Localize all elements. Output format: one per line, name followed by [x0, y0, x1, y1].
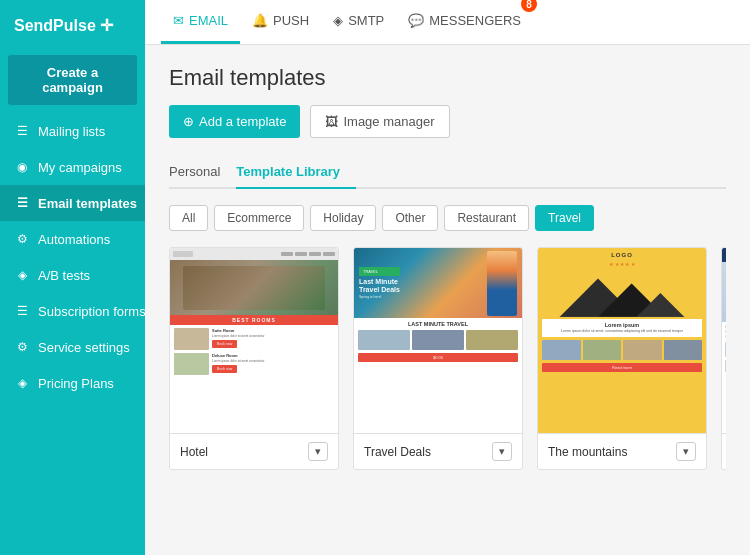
template-footer-hotel: Hotel ▾ [170, 433, 338, 469]
pricing-plans-icon: ◈ [14, 375, 30, 391]
add-template-button[interactable]: ⊕ Add a template [169, 105, 300, 138]
main-content: ✉ EMAIL 🔔 PUSH ◈ SMTP 💬 MESSENGERS 8 Ema… [145, 0, 750, 555]
my-campaigns-icon: ◉ [14, 159, 30, 175]
sidebar-item-my-campaigns[interactable]: ◉ My campaigns [0, 149, 145, 185]
tabs: Personal Template Library [169, 156, 726, 189]
mountains-dropdown-button[interactable]: ▾ [676, 442, 696, 461]
template-preview-travel-deals[interactable]: TRAVEL Last MinuteTravel Deals Spring is… [354, 248, 522, 433]
filter-restaurant[interactable]: Restaurant [444, 205, 529, 231]
add-template-label: Add a template [199, 114, 286, 129]
filter-travel[interactable]: Travel [535, 205, 594, 231]
content-area: Email templates ⊕ Add a template 🖼 Image… [145, 45, 750, 555]
sidebar-item-email-templates[interactable]: ☰ Email templates [0, 185, 145, 221]
image-manager-label: Image manager [343, 114, 434, 129]
logo-text: SendPulse [14, 17, 96, 35]
sidebar-item-label: Automations [38, 232, 110, 247]
push-icon: 🔔 [252, 13, 268, 28]
sidebar-item-mailing-lists[interactable]: ☰ Mailing lists [0, 113, 145, 149]
sidebar-item-label: A/B tests [38, 268, 90, 283]
template-name-travel-deals: Travel Deals [364, 445, 431, 459]
service-settings-icon: ⚙ [14, 339, 30, 355]
sidebar-item-label: Subscription forms [38, 304, 146, 319]
template-footer-travel-deals: Travel Deals ▾ [354, 433, 522, 469]
nav-label: SMTP [348, 13, 384, 28]
filter-ecommerce-label: Ecommerce [227, 211, 291, 225]
logo-icon: ✛ [100, 16, 113, 35]
filter-ecommerce[interactable]: Ecommerce [214, 205, 304, 231]
template-preview-mountains[interactable]: LOGO ★ ★ ★ ★ ★ Lorem ipsum Lorem ips [538, 248, 706, 433]
sidebar-item-label: Email templates [38, 196, 137, 211]
filter-pills: All Ecommerce Holiday Other Restaurant T… [169, 205, 726, 231]
filter-other[interactable]: Other [382, 205, 438, 231]
filter-all[interactable]: All [169, 205, 208, 231]
page-title: Email templates [169, 65, 726, 91]
sidebar-item-service-settings[interactable]: ⚙ Service settings [0, 329, 145, 365]
nav-email[interactable]: ✉ EMAIL [161, 0, 240, 44]
email-templates-icon: ☰ [14, 195, 30, 211]
email-icon: ✉ [173, 13, 184, 28]
sidebar-item-pricing-plans[interactable]: ◈ Pricing Plans [0, 365, 145, 401]
filter-holiday-label: Holiday [323, 211, 363, 225]
filter-other-label: Other [395, 211, 425, 225]
template-card-mountains: LOGO ★ ★ ★ ★ ★ Lorem ipsum Lorem ips [537, 247, 707, 470]
travel-deals-dropdown-button[interactable]: ▾ [492, 442, 512, 461]
template-card-hotel: BEST ROOMS Suite Room Lorem ipsum dolor … [169, 247, 339, 470]
tab-template-library[interactable]: Template Library [236, 156, 356, 189]
subscription-forms-icon: ☰ [14, 303, 30, 319]
nav-push[interactable]: 🔔 PUSH [240, 0, 321, 44]
filter-restaurant-label: Restaurant [457, 211, 516, 225]
hotel-dropdown-button[interactable]: ▾ [308, 442, 328, 461]
nav-label: MESSENGERS [429, 13, 521, 28]
filter-all-label: All [182, 211, 195, 225]
nav-smtp[interactable]: ◈ SMTP [321, 0, 396, 44]
tab-personal-label: Personal [169, 164, 220, 179]
template-card-company: Compa... ● [721, 247, 726, 470]
ab-tests-icon: ◈ [14, 267, 30, 283]
template-footer-mountains: The mountains ▾ [538, 433, 706, 469]
sidebar-item-ab-tests[interactable]: ◈ A/B tests [0, 257, 145, 293]
smtp-icon: ◈ [333, 13, 343, 28]
sidebar: SendPulse✛ Create a campaign ☰ Mailing l… [0, 0, 145, 555]
template-preview-company[interactable]: Compa... ● [722, 248, 726, 433]
nav-label: PUSH [273, 13, 309, 28]
top-navigation: ✉ EMAIL 🔔 PUSH ◈ SMTP 💬 MESSENGERS 8 [145, 0, 750, 45]
tab-personal[interactable]: Personal [169, 156, 236, 189]
tab-template-library-label: Template Library [236, 164, 340, 179]
image-icon: 🖼 [325, 114, 338, 129]
filter-travel-label: Travel [548, 211, 581, 225]
automations-icon: ⚙ [14, 231, 30, 247]
image-manager-button[interactable]: 🖼 Image manager [310, 105, 449, 138]
template-name-mountains: The mountains [548, 445, 627, 459]
template-preview-hotel[interactable]: BEST ROOMS Suite Room Lorem ipsum dolor … [170, 248, 338, 433]
sidebar-item-label: My campaigns [38, 160, 122, 175]
mailing-lists-icon: ☰ [14, 123, 30, 139]
sidebar-item-automations[interactable]: ⚙ Automations [0, 221, 145, 257]
add-icon: ⊕ [183, 114, 194, 129]
sidebar-item-label: Pricing Plans [38, 376, 114, 391]
sidebar-item-label: Mailing lists [38, 124, 105, 139]
template-card-travel-deals: TRAVEL Last MinuteTravel Deals Spring is… [353, 247, 523, 470]
template-footer-company: Company [722, 433, 726, 464]
sidebar-item-label: Service settings [38, 340, 130, 355]
messengers-badge: 8 [521, 0, 537, 12]
create-campaign-button[interactable]: Create a campaign [8, 55, 137, 105]
nav-messengers[interactable]: 💬 MESSENGERS 8 [396, 0, 533, 44]
logo: SendPulse✛ [0, 0, 145, 51]
action-bar: ⊕ Add a template 🖼 Image manager [169, 105, 726, 138]
messengers-icon: 💬 [408, 13, 424, 28]
template-grid: BEST ROOMS Suite Room Lorem ipsum dolor … [169, 247, 726, 470]
filter-holiday[interactable]: Holiday [310, 205, 376, 231]
nav-label: EMAIL [189, 13, 228, 28]
template-name-hotel: Hotel [180, 445, 208, 459]
sidebar-item-subscription-forms[interactable]: ☰ Subscription forms [0, 293, 145, 329]
